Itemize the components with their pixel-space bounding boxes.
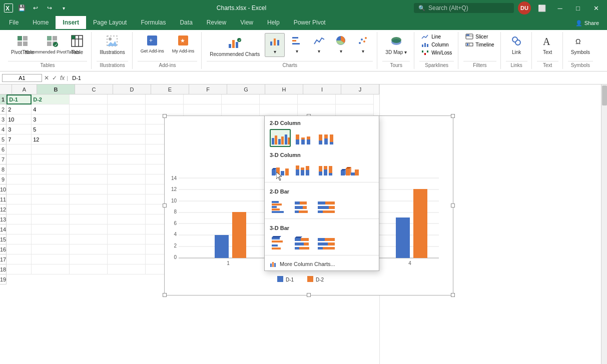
cell-h2[interactable] xyxy=(260,104,298,114)
row-header-3[interactable]: 3 xyxy=(0,114,7,124)
cell-c3[interactable] xyxy=(70,114,108,124)
recommended-charts-button[interactable]: ✓ Recommended Charts xyxy=(207,33,263,59)
tab-page-layout[interactable]: Page Layout xyxy=(86,16,134,30)
col-header-f[interactable]: F xyxy=(189,84,227,94)
winloss-sparkline-button[interactable]: Win/Loss xyxy=(419,49,454,56)
cell-d1[interactable] xyxy=(108,94,146,104)
row-header-10[interactable]: 10 xyxy=(0,184,7,194)
v-scroll-thumb[interactable] xyxy=(602,86,607,106)
row-header-15[interactable]: 15 xyxy=(0,234,7,244)
cell-i2[interactable] xyxy=(298,104,336,114)
cell-d3[interactable] xyxy=(108,114,146,124)
col-header-j[interactable]: J xyxy=(341,84,379,94)
col-header-d[interactable]: D xyxy=(113,84,151,94)
formula-confirm-icon[interactable]: ✓ xyxy=(52,74,57,82)
stacked-col-3d-button[interactable] xyxy=(293,161,314,179)
cell-c4[interactable] xyxy=(70,124,108,134)
ribbon-display-button[interactable]: ⬜ xyxy=(535,1,549,15)
slicer-button[interactable]: Slicer xyxy=(463,33,496,40)
col-header-a[interactable]: A xyxy=(12,84,37,94)
more-column-charts-button[interactable]: More Column Charts... xyxy=(265,258,379,270)
formula-input[interactable]: D-1 xyxy=(70,74,605,82)
cell-c1[interactable] xyxy=(70,94,108,104)
tab-data[interactable]: Data xyxy=(173,16,199,30)
cell-a2[interactable]: 2 xyxy=(7,104,32,114)
cell-d5[interactable] xyxy=(108,134,146,144)
cell-c2[interactable] xyxy=(70,104,108,114)
col-header-h[interactable]: H xyxy=(265,84,303,94)
chart-handle-bl[interactable] xyxy=(163,293,167,297)
row-header-9[interactable]: 9 xyxy=(0,174,7,184)
row-header-16[interactable]: 16 xyxy=(0,244,7,254)
col-header-g[interactable]: G xyxy=(227,84,265,94)
clustered-col-2d-button[interactable] xyxy=(270,129,291,147)
stacked-bar-3d-button[interactable] xyxy=(293,234,314,252)
cell-f1[interactable] xyxy=(184,94,222,104)
table-button[interactable]: Table xyxy=(67,33,87,57)
stacked-bar-2d-button[interactable] xyxy=(293,198,314,216)
link-button[interactable]: Link xyxy=(506,33,526,57)
search-input[interactable] xyxy=(428,4,498,12)
my-addins-button[interactable]: ★ My Add-ins xyxy=(169,33,198,56)
redo-qat-button[interactable]: ↪ xyxy=(44,2,55,14)
close-button[interactable]: ✕ xyxy=(589,1,603,15)
cell-b3[interactable]: 3 xyxy=(32,114,70,124)
row-header-4[interactable]: 4 xyxy=(0,124,7,134)
line-sparkline-button[interactable]: Line xyxy=(419,33,454,40)
chart-handle-br[interactable] xyxy=(451,293,455,297)
chart-handle-tr[interactable] xyxy=(451,114,455,118)
cell-b1[interactable]: D-2 xyxy=(32,94,70,104)
row-header-11[interactable]: 11 xyxy=(0,194,7,204)
bar-chart-button[interactable]: ▾ xyxy=(287,33,307,56)
col-header-i[interactable]: I xyxy=(303,84,341,94)
undo-qat-button[interactable]: ↩ xyxy=(30,2,41,14)
column-sparkline-button[interactable]: Column xyxy=(419,41,454,48)
get-addins-button[interactable]: + Get Add-ins xyxy=(138,33,167,56)
cell-d4[interactable] xyxy=(108,124,146,134)
pie-chart-button[interactable]: ▾ xyxy=(331,33,351,56)
pct-stacked-col-2d-button[interactable] xyxy=(316,129,337,147)
maximize-button[interactable]: □ xyxy=(571,1,585,15)
3d-map-button[interactable]: 3D Map ▾ xyxy=(382,33,410,57)
cell-a1[interactable]: D-1 xyxy=(7,94,32,104)
tab-view[interactable]: View xyxy=(233,16,260,30)
recommended-pivot-tables-button[interactable]: ✓ Recommended PivotTables xyxy=(39,33,65,56)
row-header-6[interactable]: 6 xyxy=(0,144,7,154)
tab-review[interactable]: Review xyxy=(200,16,233,30)
pct-stacked-bar-2d-button[interactable] xyxy=(316,198,337,216)
more-qat-button[interactable]: ▾ xyxy=(58,2,69,14)
row-header-13[interactable]: 13 xyxy=(0,214,7,224)
illustrations-button[interactable]: Illustrations xyxy=(97,33,128,57)
cell-d2[interactable] xyxy=(108,104,146,114)
col-header-c[interactable]: C xyxy=(75,84,113,94)
pct-stacked-col-3d-button[interactable] xyxy=(316,161,337,179)
tab-help[interactable]: Help xyxy=(260,16,287,30)
3d-col-3d-button[interactable] xyxy=(339,161,360,179)
clustered-bar-3d-button[interactable] xyxy=(270,234,291,252)
cell-f2[interactable] xyxy=(184,104,222,114)
chart-handle-mr[interactable] xyxy=(451,204,455,208)
cell-i1[interactable] xyxy=(298,94,336,104)
cell-a4[interactable]: 3 xyxy=(7,124,32,134)
timeline-button[interactable]: Timeline xyxy=(463,41,496,48)
col-header-b[interactable]: B xyxy=(37,84,75,94)
share-button[interactable]: 👤 Share xyxy=(569,16,605,30)
row-header-8[interactable]: 8 xyxy=(0,164,7,174)
v-scrollbar[interactable] xyxy=(601,84,607,364)
col-header-e[interactable]: E xyxy=(151,84,189,94)
cell-e1[interactable] xyxy=(146,94,184,104)
tab-formulas[interactable]: Formulas xyxy=(134,16,173,30)
name-box[interactable]: A1 xyxy=(2,74,42,82)
row-header-2[interactable]: 2 xyxy=(0,104,7,114)
text-button[interactable]: A Text xyxy=(537,33,557,57)
row-header-7[interactable]: 7 xyxy=(0,154,7,164)
search-box[interactable]: 🔍 xyxy=(414,3,514,13)
tab-insert[interactable]: Insert xyxy=(56,16,86,30)
chart-type-dropdown[interactable]: 2-D Column xyxy=(264,116,379,271)
cell-b2[interactable]: 4 xyxy=(32,104,70,114)
formula-cancel-icon[interactable]: ✕ xyxy=(44,74,49,82)
symbols-button[interactable]: Ω Symbols xyxy=(568,33,593,57)
row-header-19[interactable]: 19 xyxy=(0,274,7,284)
row-header-14[interactable]: 14 xyxy=(0,224,7,234)
row-header-5[interactable]: 5 xyxy=(0,134,7,144)
